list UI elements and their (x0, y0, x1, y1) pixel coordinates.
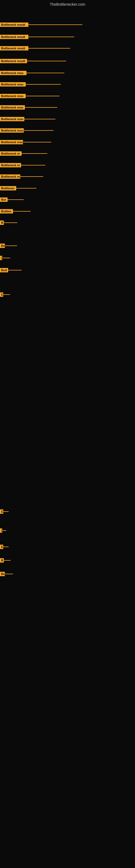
bottleneck-label-15: Bottlenec (0, 186, 16, 190)
bottleneck-line-2 (28, 37, 74, 37)
bottleneck-label-24: | (0, 528, 2, 533)
bottleneck-label-27: Bo (0, 572, 5, 576)
bottleneck-label-25: E (0, 545, 3, 549)
bottleneck-line-9 (24, 119, 55, 119)
bottleneck-label-14: Bottleneck re (0, 175, 20, 179)
bottleneck-bar-27: Bo (0, 572, 13, 576)
bottleneck-bar-6: Bottleneck resu (0, 82, 61, 87)
bottleneck-bar-21: Bott (0, 268, 21, 272)
bottleneck-line-22 (3, 294, 10, 295)
bottleneck-label-13: Bottleneck re (0, 163, 21, 167)
bottleneck-line-14 (20, 176, 43, 177)
bottleneck-label-16: Bot (0, 197, 8, 202)
bottleneck-line-23 (3, 511, 9, 512)
site-title: TheBottlenecker.com (0, 0, 135, 8)
bottleneck-label-19: Bo (0, 244, 5, 248)
bottleneck-line-15 (16, 188, 37, 188)
bottleneck-bar-5: Bottleneck resu (0, 71, 64, 75)
bottleneck-line-21 (8, 270, 21, 271)
bottleneck-line-5 (27, 73, 64, 73)
bottleneck-label-1: Bottleneck result (0, 23, 28, 27)
bottleneck-label-12: Bottleneck re (0, 151, 21, 156)
bottleneck-line-17 (13, 211, 31, 212)
bottleneck-bar-2: Bottleneck result (0, 35, 74, 39)
bottleneck-label-18: B (0, 220, 4, 225)
bottleneck-bar-18: B (0, 220, 17, 225)
bottleneck-bar-3: Bottleneck result (0, 46, 70, 51)
bottleneck-bar-24: | (0, 528, 6, 533)
bottleneck-bar-16: Bot (0, 197, 24, 202)
bottleneck-label-9: Bottleneck resu (0, 117, 24, 121)
bottleneck-line-8 (25, 107, 57, 108)
bottleneck-bar-14: Bottleneck re (0, 175, 43, 179)
bottleneck-line-19 (5, 246, 17, 246)
bottleneck-label-4: Bottleneck result (0, 59, 27, 63)
bottleneck-line-13 (21, 165, 45, 165)
bottleneck-line-25 (3, 547, 9, 547)
bottleneck-label-5: Bottleneck resu (0, 71, 27, 75)
bottleneck-line-27 (5, 574, 13, 574)
bottleneck-line-4 (27, 61, 66, 61)
bottleneck-label-3: Bottleneck result (0, 46, 28, 51)
bottleneck-label-21: Bott (0, 268, 8, 272)
bottleneck-line-26 (4, 560, 10, 561)
bottleneck-bar-9: Bottleneck resu (0, 117, 55, 121)
bottleneck-bar-19: Bo (0, 244, 17, 248)
bottleneck-line-11 (23, 142, 51, 143)
bottleneck-line-18 (4, 222, 17, 223)
bottleneck-line-24 (2, 530, 6, 531)
bottleneck-bar-26: B (0, 558, 10, 563)
bottleneck-bar-10: Bottleneck resu (0, 128, 53, 133)
bottleneck-line-3 (28, 48, 70, 49)
bottleneck-line-1 (28, 24, 82, 25)
bottleneck-bar-11: Bottleneck resu (0, 140, 51, 144)
bottleneck-line-16 (8, 199, 24, 200)
bottleneck-label-2: Bottleneck result (0, 35, 28, 39)
bottleneck-bar-1: Bottleneck result (0, 23, 82, 27)
bottleneck-bar-8: Bottleneck resu (0, 105, 57, 110)
bottleneck-bar-17: Bottlen (0, 209, 31, 214)
bottleneck-line-6 (26, 84, 61, 85)
bottleneck-line-12 (21, 153, 47, 154)
bottleneck-bar-15: Bottlenec (0, 186, 37, 190)
bottleneck-bar-12: Bottleneck re (0, 151, 47, 156)
bottleneck-label-26: B (0, 558, 4, 563)
bottleneck-line-7 (26, 96, 59, 96)
bottleneck-bar-22: E (0, 292, 10, 297)
bottleneck-label-6: Bottleneck resu (0, 82, 26, 87)
bottleneck-label-7: Bottleneck resu (0, 94, 26, 98)
bottleneck-label-17: Bottlen (0, 209, 13, 214)
bottleneck-bar-7: Bottleneck resu (0, 94, 59, 98)
bottleneck-label-22: E (0, 292, 3, 297)
bottleneck-label-8: Bottleneck resu (0, 105, 25, 110)
bottleneck-label-11: Bottleneck resu (0, 140, 23, 144)
bottleneck-label-23: E (0, 509, 3, 514)
bottleneck-label-10: Bottleneck resu (0, 128, 24, 133)
bottleneck-bar-4: Bottleneck result (0, 59, 66, 63)
bottleneck-line-20 (2, 258, 10, 258)
bottleneck-bar-13: Bottleneck re (0, 163, 45, 167)
bottleneck-bar-20: | (0, 256, 10, 260)
bottleneck-bar-25: E (0, 545, 9, 549)
bottleneck-bar-23: E (0, 509, 9, 514)
bottleneck-line-10 (24, 130, 53, 131)
bottleneck-label-20: | (0, 256, 2, 260)
